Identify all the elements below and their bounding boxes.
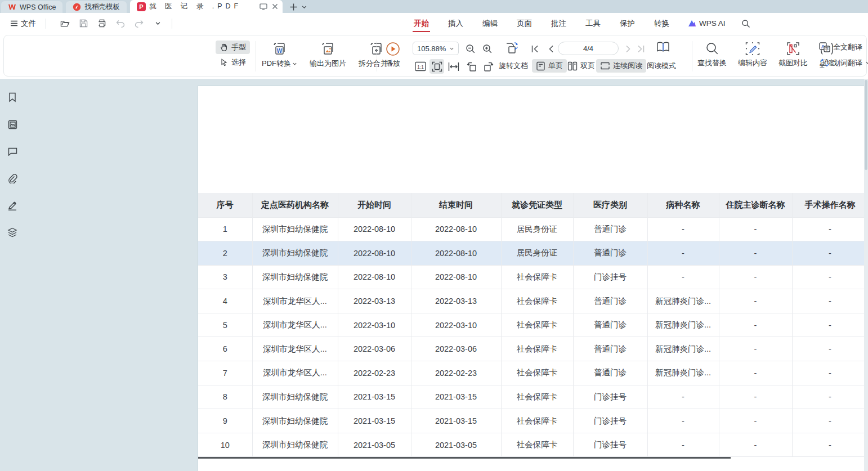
medical-records-table: 序号定点医药机构名称开始时间结束时间就诊凭证类型医疗类别病种名称住院主诊断名称手… [198,193,868,457]
zoom-level-combobox[interactable]: 105.88% [413,42,459,55]
find-replace-button[interactable]: 查找替换 [697,42,727,68]
zoom-in-button[interactable] [480,42,495,56]
table-row[interactable]: 10深圳市妇幼保健院2021-03-052021-03-05社会保障卡门诊挂号-… [198,433,868,457]
tab-docer[interactable]: 找稻壳模板 [66,1,127,13]
table-bottom-border [198,457,731,459]
svg-text:W: W [276,48,282,54]
table-row[interactable]: 9深圳市妇幼保健院2021-03-152021-03-15社会保障卡门诊挂号--… [198,409,868,433]
single-page-icon [536,61,545,71]
svg-text:A: A [825,57,829,64]
tab-document-active[interactable]: P 就 医 记 录 .PDF [130,0,283,13]
fit-width-button[interactable] [446,59,461,74]
table-cell: 2021-03-15 [411,385,501,409]
table-row[interactable]: 6深圳市龙华区人...2022-03-062022-03-06社会保障卡普通门诊… [198,337,868,361]
pdf-page[interactable]: 序号定点医药机构名称开始时间结束时间就诊凭证类型医疗类别病种名称住院主诊断名称手… [198,86,868,471]
fit-page-button[interactable] [429,59,444,74]
undo-icon[interactable] [114,17,127,30]
table-cell: - [647,409,719,433]
read-mode-icon-button[interactable] [655,40,672,55]
table-row[interactable]: 4深圳市龙华区人...2022-03-132022-03-13社会保障卡普通门诊… [198,289,868,313]
zoom-out-button[interactable] [463,42,478,56]
replace-pages-button[interactable] [503,41,521,55]
play-button[interactable]: 播放 [386,42,400,69]
table-cell: - [647,217,719,241]
screenshot-compare-button[interactable]: 截图对比 [778,42,808,68]
open-file-icon[interactable] [58,17,71,30]
rotate-left-button[interactable] [464,59,479,74]
rotate-doc-label[interactable]: 旋转文档 [499,61,528,71]
table-cell: - [792,313,868,337]
tab-wps-office[interactable]: WPS Office [1,1,62,13]
double-page-label: 双页 [580,61,595,71]
menu-tab-edit[interactable]: 编辑 [481,14,499,34]
close-tab-icon[interactable] [272,3,278,10]
rotate-right-button[interactable] [481,59,496,74]
prev-page-button[interactable] [543,42,558,56]
table-cell: - [719,409,792,433]
find-replace-label: 查找替换 [697,58,727,68]
table-cell: 2022-08-10 [411,265,501,289]
table-row[interactable]: 2深圳市妇幼保健院2022-08-102022-08-10居民身份证普通门诊--… [198,241,868,266]
table-cell: 2022-03-06 [338,337,411,361]
new-tab-icon[interactable] [289,3,298,11]
continuous-read-button[interactable]: 连续阅读 [596,59,646,73]
edit-content-button[interactable]: 编辑内容 [738,42,767,68]
table-header-row: 序号定点医药机构名称开始时间结束时间就诊凭证类型医疗类别病种名称住院主诊断名称手… [198,193,868,217]
print-icon[interactable] [95,17,109,30]
attachment-icon[interactable] [5,171,20,186]
redo-icon[interactable] [132,17,146,30]
page-number-input[interactable] [558,42,619,55]
scrollbar-thumb[interactable] [865,80,867,170]
export-image-button[interactable]: 输出为图片 [310,42,346,69]
divider [377,41,377,71]
word-translate-button[interactable]: A文 划词翻译 [819,57,868,68]
next-page-icon [625,45,632,53]
menu-tab-insert[interactable]: 插入 [447,14,464,34]
menu-tab-page[interactable]: 页面 [516,14,533,34]
table-cell: 深圳市龙华区人... [252,337,338,361]
table-header-cell: 医疗类别 [573,193,647,217]
read-mode-label[interactable]: 阅读模式 [647,61,676,71]
menu-tab-home[interactable]: 开始 [413,14,430,34]
annotate-pen-icon[interactable] [5,198,20,213]
left-sidebar [0,79,25,471]
table-row[interactable]: 1深圳市妇幼保健院2022-08-102022-08-10居民身份证普通门诊--… [198,217,868,241]
table-cell: 社会保障卡 [501,265,573,289]
tab-list-chevron-icon[interactable] [301,4,307,10]
menu-search-icon[interactable] [739,17,753,30]
layers-icon[interactable] [5,225,20,240]
file-menu-button[interactable]: 文件 [7,16,39,31]
first-page-button[interactable] [527,42,542,56]
menu-tab-convert[interactable]: 转换 [653,14,670,34]
menu-tab-protect[interactable]: 保护 [619,14,636,34]
menu-tab-comment[interactable]: 批注 [550,14,567,34]
bookmark-icon[interactable] [5,90,20,105]
thumbnail-icon[interactable] [5,117,20,132]
comment-icon[interactable] [5,144,20,159]
last-page-button[interactable] [633,42,648,56]
search-icon [705,42,719,56]
actual-size-button[interactable]: 1:1 [413,59,428,74]
full-translate-button[interactable]: A字 全文翻译 [819,42,868,52]
table-cell: 社会保障卡 [501,361,573,385]
wps-ai-button[interactable]: WPS AI [687,19,726,28]
table-cell: 新冠肺炎门诊... [647,337,719,361]
fit-width-icon [448,62,459,71]
table-cell: - [792,241,868,266]
select-tool-button[interactable]: 选择 [216,56,250,69]
single-page-button[interactable]: 单页 [532,59,567,73]
pdf-convert-button[interactable]: W PDF转换 [262,42,297,69]
table-row[interactable]: 8深圳市妇幼保健院2021-03-152021-03-15社会保障卡门诊挂号--… [198,385,868,409]
quick-access-chevron-icon[interactable] [151,17,164,30]
monitor-icon[interactable] [259,3,267,10]
table-row[interactable]: 5深圳市龙华区人...2022-03-102022-03-10社会保障卡普通门诊… [198,313,868,337]
table-row[interactable]: 7深圳市龙华区人...2022-02-232022-02-23社会保障卡普通门诊… [198,361,868,385]
menu-tab-tools[interactable]: 工具 [584,14,602,34]
hand-tool-button[interactable]: 手型 [216,41,250,54]
fit-page-icon [432,61,442,72]
table-cell: 门诊挂号 [573,265,647,289]
full-translate-label: 全文翻译 [833,42,862,52]
save-icon[interactable] [77,17,90,30]
table-row[interactable]: 3深圳市妇幼保健院2022-08-102022-08-10社会保障卡门诊挂号--… [198,265,868,289]
vertical-scrollbar[interactable] [864,79,868,471]
